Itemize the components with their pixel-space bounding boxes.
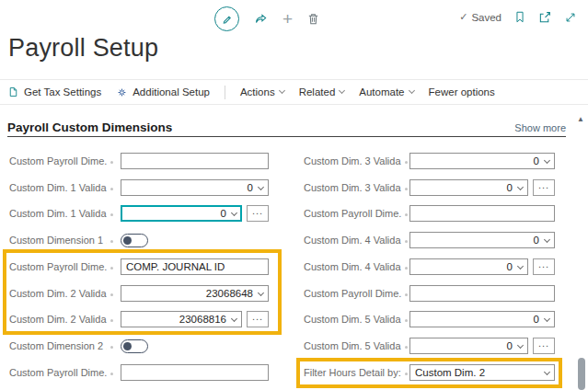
edit-button[interactable] bbox=[214, 6, 239, 31]
field-wrap bbox=[409, 285, 555, 302]
combo-box[interactable]: 0 bbox=[409, 258, 528, 275]
combo-value: 23068816 bbox=[126, 314, 226, 325]
show-more-link[interactable]: Show more bbox=[514, 122, 566, 133]
form-row-custom-dim-3-valida-1: Custom Dim. 3 Valida...0... bbox=[294, 179, 588, 198]
chevron-down-icon bbox=[258, 183, 264, 189]
expand-button[interactable] bbox=[564, 11, 577, 24]
toggle-switch[interactable] bbox=[121, 234, 148, 247]
field-label: Custom Dim. 2 Valida... bbox=[9, 288, 107, 299]
field-wrap: 0... bbox=[409, 258, 555, 275]
toggle-knob bbox=[123, 342, 132, 350]
actionbar-item-actions[interactable]: Actions bbox=[240, 86, 284, 98]
form-column-right: Custom Dim. 3 Valida...0Custom Dim. 3 Va… bbox=[294, 153, 588, 390]
assist-edit-button[interactable]: ... bbox=[533, 258, 555, 275]
chevron-down-icon bbox=[231, 315, 237, 321]
combo-box[interactable]: 0 bbox=[121, 205, 242, 222]
new-button[interactable]: + bbox=[282, 12, 293, 27]
text-input[interactable]: COMP. JOURNAL ID bbox=[121, 258, 269, 275]
assist-edit-button[interactable]: ... bbox=[247, 311, 269, 327]
field-label: Custom Dim. 5 Valida... bbox=[304, 340, 401, 351]
field-label: Custom Dimension 2 ... bbox=[9, 340, 107, 351]
actionbar-item-automate[interactable]: Automate bbox=[359, 86, 413, 98]
field-label: Custom Dim. 2 Valida... bbox=[9, 314, 107, 325]
combo-box[interactable]: Custom Dim. 2 bbox=[409, 364, 555, 381]
field-wrap: 0 bbox=[409, 311, 555, 327]
text-input[interactable] bbox=[409, 285, 555, 302]
scroll-up-arrow[interactable]: ▲ bbox=[577, 116, 584, 123]
combo-value: 0 bbox=[415, 155, 539, 166]
field-label: Filter Hours Detail by: bbox=[304, 367, 401, 378]
assist-edit-button[interactable]: ... bbox=[533, 338, 555, 354]
open-in-window-button[interactable] bbox=[538, 10, 552, 24]
field-wrap: 0 bbox=[409, 153, 555, 169]
chevron-down-icon bbox=[544, 235, 550, 242]
combo-value: Custom Dim. 2 bbox=[415, 367, 539, 378]
field-label: Custom Dimension 1 ... bbox=[9, 235, 107, 246]
combo-box[interactable]: 0 bbox=[121, 179, 269, 196]
field-wrap: 0 bbox=[409, 232, 555, 248]
bookmark-button[interactable] bbox=[513, 10, 526, 24]
scrollbar-thumb[interactable] bbox=[578, 358, 585, 390]
field-marker-dot bbox=[110, 161, 113, 164]
field-marker-dot bbox=[110, 267, 113, 270]
share-button[interactable] bbox=[253, 12, 269, 26]
field-marker-dot bbox=[110, 373, 113, 375]
actionbar-item-label: Actions bbox=[240, 86, 275, 98]
actionbar-item-label: Get Tax Settings bbox=[24, 86, 101, 98]
toggle-switch[interactable] bbox=[121, 339, 148, 353]
combo-box[interactable]: 0 bbox=[409, 338, 528, 354]
combo-value: 0 bbox=[126, 208, 226, 219]
combo-value: 0 bbox=[415, 182, 513, 193]
field-label: Custom Payroll Dime... bbox=[304, 208, 401, 219]
text-input[interactable] bbox=[121, 153, 269, 169]
combo-box[interactable]: 0 bbox=[409, 153, 555, 169]
actionbar-item-fewer-options[interactable]: Fewer options bbox=[429, 86, 495, 98]
field-wrap bbox=[121, 364, 269, 381]
field-label: Custom Payroll Dime... bbox=[9, 367, 107, 378]
actionbar-item-related[interactable]: Related bbox=[299, 86, 345, 98]
field-label: Custom Dim. 3 Valida... bbox=[304, 182, 401, 193]
share-icon bbox=[253, 12, 269, 26]
combo-box[interactable]: 23068648 bbox=[121, 285, 269, 302]
form-row-custom-dim-1-valida-2: Custom Dim. 1 Valida...0... bbox=[0, 205, 294, 224]
chevron-down-icon bbox=[544, 156, 550, 163]
text-input[interactable] bbox=[409, 205, 555, 222]
section-title[interactable]: Payroll Custom Dimensions bbox=[7, 120, 172, 134]
top-toolbar-right: ✓ Saved bbox=[459, 10, 577, 24]
form-row-custom-dimension-1-3: Custom Dimension 1 ... bbox=[0, 232, 294, 250]
actionbar-item-label: Related bbox=[299, 86, 336, 98]
text-input[interactable] bbox=[121, 364, 269, 381]
chevron-down-icon bbox=[544, 368, 550, 374]
chevron-down-icon bbox=[517, 262, 524, 269]
actionbar-item-get-tax-settings[interactable]: Get Tax Settings bbox=[7, 86, 101, 98]
field-wrap: 23068648 bbox=[121, 285, 269, 302]
document-icon bbox=[7, 86, 19, 98]
actionbar-divider bbox=[225, 86, 225, 99]
field-wrap: COMP. JOURNAL ID bbox=[121, 258, 269, 275]
form-row-custom-dimension-2-7: Custom Dimension 2 ... bbox=[0, 338, 294, 356]
actionbar-item-additional-setup[interactable]: Additional Setup bbox=[116, 86, 210, 98]
form-row-custom-dim-3-valida-0: Custom Dim. 3 Valida...0 bbox=[294, 153, 588, 171]
actionbar-item-label: Automate bbox=[359, 86, 404, 98]
combo-value: 0 bbox=[415, 261, 513, 272]
delete-button[interactable] bbox=[306, 12, 320, 26]
form-row-custom-dim-4-valida-4: Custom Dim. 4 Valida...0... bbox=[294, 258, 588, 277]
field-marker-dot bbox=[405, 346, 408, 349]
assist-edit-button[interactable]: ... bbox=[533, 179, 555, 196]
field-marker-dot bbox=[405, 240, 408, 243]
combo-box[interactable]: 0 bbox=[409, 232, 555, 248]
field-label: Custom Dim. 5 Valida... bbox=[304, 314, 401, 325]
field-marker-dot bbox=[405, 373, 408, 375]
combo-box[interactable]: 0 bbox=[409, 311, 555, 327]
combo-box[interactable]: 0 bbox=[409, 179, 528, 196]
field-label: Custom Dim. 4 Valida... bbox=[304, 261, 401, 272]
assist-edit-button[interactable]: ... bbox=[247, 205, 269, 222]
field-label: Custom Payroll Dime... bbox=[304, 288, 401, 299]
field-marker-dot bbox=[110, 293, 113, 296]
field-marker-dot bbox=[110, 319, 113, 322]
toggle-knob bbox=[123, 236, 132, 245]
field-wrap: 23068816... bbox=[121, 311, 269, 327]
combo-box[interactable]: 23068816 bbox=[121, 311, 242, 327]
field-wrap bbox=[121, 153, 269, 169]
combo-value: 0 bbox=[126, 182, 253, 193]
